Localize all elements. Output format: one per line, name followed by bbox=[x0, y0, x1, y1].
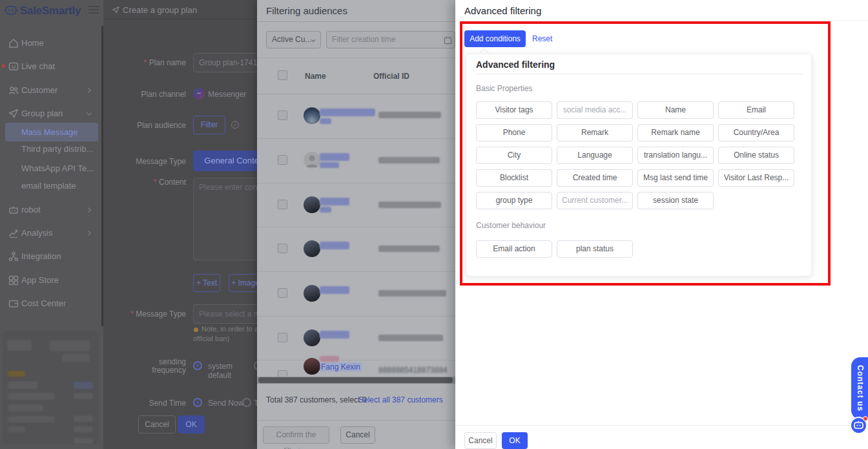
divider bbox=[257, 271, 455, 272]
advanced-filtering-title: Advanced filtering bbox=[464, 5, 541, 16]
customer-type-dropdown[interactable]: Active Cu... bbox=[266, 31, 321, 48]
redacted-official-id bbox=[378, 157, 440, 163]
sidebar-item-customer[interactable]: Customer bbox=[21, 82, 57, 99]
chip-country-area[interactable]: Country/Area bbox=[718, 124, 794, 141]
advanced-ok-button[interactable]: OK bbox=[502, 432, 528, 449]
plan-ok-button[interactable]: OK bbox=[178, 415, 205, 433]
confirm-filtering-button[interactable]: Confirm the filtering bbox=[263, 426, 329, 444]
row-checkbox[interactable] bbox=[278, 110, 287, 120]
row-checkbox[interactable] bbox=[278, 200, 287, 209]
send-time-label: Send Time bbox=[149, 399, 186, 408]
chip-city[interactable]: City bbox=[476, 147, 552, 164]
send-time-radio-selected[interactable] bbox=[193, 398, 202, 407]
add-image-button[interactable]: + Image bbox=[229, 274, 257, 292]
creation-time-placeholder: Filter creation time bbox=[332, 35, 396, 44]
contact-notification-dot bbox=[863, 416, 868, 421]
sidebar-item-home[interactable]: Home bbox=[21, 35, 44, 52]
redacted-name bbox=[320, 207, 331, 213]
select-all-customers-link[interactable]: Select all 387 customers bbox=[358, 395, 443, 404]
add-text-button[interactable]: + Text bbox=[193, 274, 220, 292]
send-time-value: Send Now bbox=[208, 399, 243, 408]
calendar-icon bbox=[444, 36, 452, 45]
select-all-checkbox[interactable] bbox=[278, 70, 287, 80]
redacted-name bbox=[320, 242, 349, 249]
redacted-name bbox=[320, 109, 375, 116]
chip-session-state[interactable]: session state bbox=[637, 192, 714, 209]
chip-name[interactable]: Name bbox=[637, 101, 714, 119]
sidebar-item-analysis[interactable]: Analysis bbox=[21, 225, 52, 242]
sending-frequency-radio-selected[interactable] bbox=[193, 361, 202, 370]
plan-name-input[interactable]: Group plan-1741770 bbox=[193, 53, 257, 72]
general-content-button[interactable]: General Content bbox=[193, 151, 257, 171]
creation-time-input[interactable]: Filter creation time bbox=[326, 31, 455, 48]
chip-current-customer[interactable]: Current customer... bbox=[557, 192, 633, 209]
row-checkbox[interactable] bbox=[278, 244, 287, 253]
plan-cancel-button[interactable]: Cancel bbox=[138, 415, 176, 433]
chip-social-media-account[interactable]: social media acc... bbox=[557, 101, 633, 119]
chip-translation-language[interactable]: translation langu... bbox=[637, 147, 714, 164]
redacted-name bbox=[320, 286, 349, 294]
chip-remark[interactable]: Remark bbox=[557, 124, 633, 141]
customer-name[interactable]: Fang Kexin bbox=[320, 362, 362, 371]
divider bbox=[455, 425, 868, 426]
filtering-cancel-button[interactable]: Cancel bbox=[340, 426, 375, 444]
chip-email-action[interactable]: Email action bbox=[476, 240, 552, 258]
row-checkbox[interactable] bbox=[278, 288, 287, 298]
content-textarea[interactable]: Please enter content bbox=[193, 178, 257, 260]
chip-group-type[interactable]: group type bbox=[476, 192, 552, 209]
chip-language[interactable]: Language bbox=[557, 147, 633, 164]
chip-online-status[interactable]: Online status bbox=[718, 147, 794, 164]
advanced-cancel-button[interactable]: Cancel bbox=[464, 432, 497, 449]
divider bbox=[257, 360, 455, 360]
total-customers-text: Total 387 customers, select 0 bbox=[266, 395, 366, 404]
chip-blocklist[interactable]: Blocklist bbox=[476, 169, 552, 187]
sidebar-item-third-party[interactable]: Third party distrib... bbox=[21, 141, 93, 158]
paper-plane-icon bbox=[112, 6, 120, 14]
contact-us-label: Contact us bbox=[856, 365, 865, 412]
sidebar-item-live-chat[interactable]: Live chat bbox=[21, 58, 55, 75]
horizontal-scrollbar-thumb[interactable] bbox=[258, 377, 453, 383]
sending-frequency-label-line2: frequency bbox=[152, 366, 186, 375]
section-customer-behaviour: Customer behaviour bbox=[476, 221, 546, 230]
content-label: Content bbox=[154, 178, 186, 187]
chip-email[interactable]: Email bbox=[718, 101, 794, 119]
message-type2-select[interactable]: Please select a mes bbox=[193, 304, 257, 324]
sidebar-item-group-plan[interactable]: Group plan bbox=[21, 105, 63, 122]
row-checkbox[interactable] bbox=[278, 155, 287, 165]
sidebar-item-app-store[interactable]: App Store bbox=[21, 272, 59, 289]
sidebar-item-integration[interactable]: Integration bbox=[21, 248, 61, 265]
sidebar-item-robot[interactable]: robot bbox=[21, 202, 41, 218]
chip-remark-name[interactable]: Remark name bbox=[637, 124, 714, 141]
chevron-down-icon bbox=[85, 110, 93, 118]
reset-link[interactable]: Reset bbox=[532, 34, 552, 43]
divider bbox=[455, 20, 868, 21]
messenger-icon bbox=[193, 88, 205, 99]
sidebar-item-email-template[interactable]: email template bbox=[21, 178, 76, 194]
chip-created-time[interactable]: Created time bbox=[557, 169, 633, 187]
send-time-radio-2[interactable] bbox=[242, 398, 251, 407]
chip-visitor-last-resp[interactable]: Visitor Last Resp... bbox=[718, 169, 794, 187]
divider bbox=[257, 183, 455, 183]
sidebar-item-cost-center[interactable]: Cost Center bbox=[21, 295, 66, 312]
column-header-name[interactable]: Name bbox=[305, 72, 326, 81]
divider bbox=[257, 94, 455, 94]
customer-icon bbox=[8, 85, 19, 96]
chip-phone[interactable]: Phone bbox=[476, 124, 552, 141]
chip-plan-status[interactable]: plan status bbox=[557, 240, 633, 258]
sidebar-item-whatsapp-api[interactable]: WhatsApp API Te... bbox=[21, 160, 94, 177]
chevron-right-icon bbox=[85, 206, 93, 214]
row-checkbox[interactable] bbox=[278, 333, 287, 342]
chip-msg-last-send-time[interactable]: Msg last send time bbox=[637, 169, 714, 187]
divider bbox=[257, 420, 455, 421]
collapse-menu-icon[interactable] bbox=[88, 6, 99, 16]
sending-frequency-label-line1: sending bbox=[159, 357, 186, 366]
column-header-official-id[interactable]: Official ID bbox=[373, 72, 409, 81]
app-store-icon bbox=[8, 275, 19, 286]
add-conditions-button[interactable]: Add conditions bbox=[464, 30, 526, 47]
chip-visitor-tags[interactable]: Visitor tags bbox=[476, 101, 552, 119]
sidebar-item-mass-message-label[interactable]: Mass Message bbox=[21, 124, 78, 141]
filter-button[interactable]: Filter bbox=[193, 116, 225, 134]
redacted-name bbox=[320, 331, 349, 339]
contact-us-tab[interactable]: Contact us bbox=[851, 357, 868, 419]
divider bbox=[257, 316, 455, 317]
